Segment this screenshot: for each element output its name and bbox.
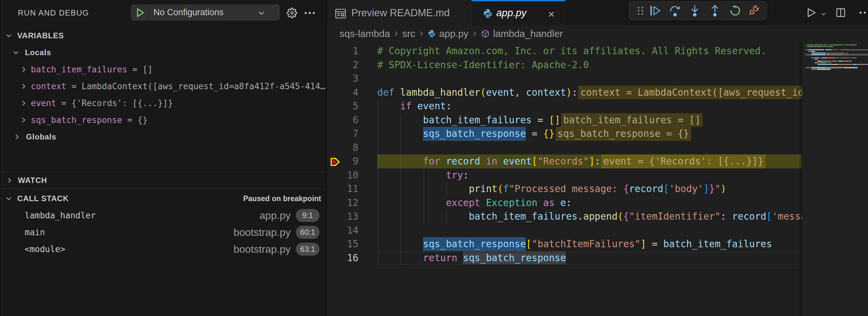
breadcrumb-folder[interactable]: sqs-lambda xyxy=(340,28,390,39)
editor-content[interactable]: # Copyright Amazon.com, Inc. or its affi… xyxy=(377,42,802,316)
minimap-line xyxy=(808,51,810,52)
minimap-line xyxy=(820,49,824,50)
breadcrumb-symbol[interactable]: lambda_handler xyxy=(481,28,563,39)
line-number: 4 xyxy=(339,86,359,100)
minimap-line xyxy=(850,44,857,45)
editor-more-actions-button[interactable] xyxy=(859,0,868,25)
tab-app-py[interactable]: app.py xyxy=(472,0,565,25)
debug-settings-button[interactable] xyxy=(287,0,297,26)
code-line-10[interactable]: try: xyxy=(377,168,802,182)
code-line-6[interactable]: batch_item_failures = []batch_item_failu… xyxy=(377,113,802,127)
minimap-line xyxy=(812,57,814,58)
minimap-line xyxy=(840,49,868,50)
code-line-4[interactable]: def lambda_handler(event, context):conte… xyxy=(377,86,802,100)
stack-frame-row[interactable]: main bootstrap.py 60:1 xyxy=(0,224,326,241)
variables-section-header[interactable]: VARIABLES xyxy=(0,27,326,44)
split-editor-button[interactable] xyxy=(836,0,846,25)
minimap-line xyxy=(814,51,815,52)
globals-scope-row[interactable]: Globals xyxy=(0,128,326,145)
tab-preview-readme[interactable]: Preview README.md xyxy=(327,0,472,25)
sidebar-title: RUN AND DEBUG xyxy=(18,0,89,26)
code-line-7[interactable]: sqs_batch_response = {}sqs_batch_respons… xyxy=(377,127,802,141)
line-number: 3 xyxy=(339,72,359,86)
code-line-9[interactable]: for record in event["Records"]:event = {… xyxy=(377,154,802,168)
breadcrumb-file[interactable]: app.py xyxy=(428,28,468,39)
minimap-line xyxy=(844,54,845,55)
variable-row-context[interactable]: context = LambdaContext([aws_request_id=… xyxy=(0,78,326,95)
views-more-actions-button[interactable] xyxy=(304,0,315,26)
editor-group: Preview README.md app.py xyxy=(327,0,868,316)
minimap-line xyxy=(858,64,866,65)
locals-scope-row[interactable]: Locals xyxy=(0,44,326,61)
code-line-11[interactable]: print(f"Processed message: {record['body… xyxy=(377,182,802,196)
line-number: 6 xyxy=(339,113,359,127)
minimap-line xyxy=(814,59,817,60)
code-editor[interactable]: 12345678910111213141516 # Copyright Amaz… xyxy=(327,42,868,316)
watch-section-label: WATCH xyxy=(18,176,47,185)
breadcrumb-folder[interactable]: src xyxy=(402,28,415,39)
stack-frame-name: main xyxy=(25,224,45,241)
debug-restart-button[interactable] xyxy=(725,2,745,20)
debug-pause-status: Paused on breakpoint xyxy=(243,190,321,207)
editor-gutter: 12345678910111213141516 xyxy=(327,42,377,316)
code-line-16[interactable]: return sqs_batch_response xyxy=(377,251,802,265)
variable-row-batch-item-failures[interactable]: batch_item_failures = [] xyxy=(0,61,326,78)
code-line-2[interactable]: # SPDX-License-Identifier: Apache-2.0 xyxy=(377,58,802,72)
chevron-right-icon xyxy=(20,83,27,90)
code-line-14[interactable] xyxy=(377,224,802,238)
variable-value: [] xyxy=(143,65,152,74)
minimap-line xyxy=(844,61,848,62)
debug-continue-icon xyxy=(650,5,661,17)
globals-label: Globals xyxy=(26,132,56,141)
chevron-down-icon xyxy=(12,49,20,56)
sidebar-header: RUN AND DEBUG No Configurations xyxy=(0,0,326,26)
chevron-right-icon xyxy=(20,117,27,124)
minimap-line xyxy=(807,46,825,47)
run-and-debug-sidebar: RUN AND DEBUG No Configurations xyxy=(0,0,326,316)
code-line-15[interactable]: sqs_batch_response["batchItemFailures"] … xyxy=(377,237,802,251)
python-file-icon xyxy=(428,30,436,38)
stack-frame-row[interactable]: lambda_handler app.py 9:1 xyxy=(0,207,326,224)
variable-row-event[interactable]: event = {'Records': [{...}]} xyxy=(0,95,326,112)
code-line-3[interactable] xyxy=(377,72,802,86)
debug-inline-value: sqs_batch_response = {} xyxy=(556,127,691,141)
variable-row-sqs-batch-response[interactable]: sqs_batch_response = {} xyxy=(0,112,326,128)
run-or-debug-button[interactable] xyxy=(805,0,827,25)
code-line-13[interactable]: batch_item_failures.append({"itemIdentif… xyxy=(377,210,802,224)
line-number: 16 xyxy=(339,251,359,265)
debug-step-out-button[interactable] xyxy=(705,2,725,20)
code-line-12[interactable]: except Exception as e: xyxy=(377,196,802,210)
minimap[interactable] xyxy=(802,42,868,316)
code-line-1[interactable]: # Copyright Amazon.com, Inc. or its affi… xyxy=(377,44,802,58)
minimap-line xyxy=(805,46,806,47)
minimap-line xyxy=(826,54,827,55)
equals: = xyxy=(56,98,71,108)
watch-section-header[interactable]: WATCH xyxy=(0,172,326,189)
call-stack-section-header[interactable]: CALL STACK Paused on breakpoint xyxy=(0,190,326,207)
minimap-line xyxy=(851,64,851,65)
minimap-line xyxy=(851,57,857,58)
debug-disconnect-button[interactable] xyxy=(743,2,764,20)
debug-disconnect-icon xyxy=(747,4,760,17)
code-line-8[interactable] xyxy=(377,141,802,155)
debug-step-into-button[interactable] xyxy=(685,2,705,20)
python-file-icon xyxy=(483,8,493,19)
minimap-line xyxy=(808,49,819,50)
start-debugging-button[interactable] xyxy=(131,5,149,20)
chevron-right-icon xyxy=(13,133,21,140)
stack-frame-row[interactable]: <module> bootstrap.py 63:1 xyxy=(0,241,326,258)
breakpoint-stackframe-icon[interactable] xyxy=(329,156,340,167)
chevron-down-icon xyxy=(820,11,827,17)
code-line-5[interactable]: if event: xyxy=(377,99,802,113)
call-stack-section-label: CALL STACK xyxy=(17,194,69,203)
debug-config-dropdown[interactable]: No Configurations xyxy=(131,4,280,21)
variable-name: sqs_batch_response xyxy=(31,115,122,125)
variable-value: {} xyxy=(137,115,148,125)
debug-inline-value: event = {'Records': [{...}]} xyxy=(601,154,766,168)
minimap-line xyxy=(833,49,838,50)
close-icon[interactable] xyxy=(548,10,555,18)
debug-step-over-button[interactable] xyxy=(665,2,685,20)
debug-continue-button[interactable] xyxy=(645,2,665,20)
minimap-line xyxy=(807,44,814,45)
editor-tab-bar: Preview README.md app.py xyxy=(327,0,868,25)
